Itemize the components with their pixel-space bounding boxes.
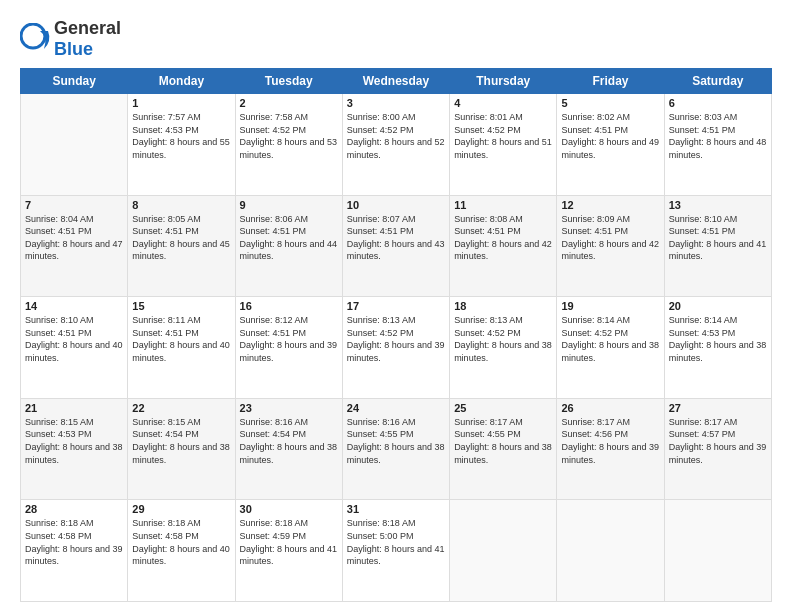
day-sunset: Sunset: 4:56 PM: [561, 429, 628, 439]
calendar-day-cell: 14 Sunrise: 8:10 AM Sunset: 4:51 PM Dayl…: [21, 297, 128, 399]
day-sunrise: Sunrise: 7:58 AM: [240, 112, 309, 122]
day-sunset: Sunset: 4:54 PM: [132, 429, 199, 439]
day-sunset: Sunset: 4:52 PM: [561, 328, 628, 338]
calendar-day-cell: 16 Sunrise: 8:12 AM Sunset: 4:51 PM Dayl…: [235, 297, 342, 399]
day-number: 10: [347, 199, 445, 211]
day-sunrise: Sunrise: 8:16 AM: [347, 417, 416, 427]
day-number: 3: [347, 97, 445, 109]
day-sunrise: Sunrise: 8:01 AM: [454, 112, 523, 122]
empty-cell: [557, 500, 664, 602]
day-sunrise: Sunrise: 8:18 AM: [240, 518, 309, 528]
day-number: 24: [347, 402, 445, 414]
day-sunset: Sunset: 4:51 PM: [240, 226, 307, 236]
day-sunset: Sunset: 4:58 PM: [132, 531, 199, 541]
logo-blue: Blue: [54, 39, 93, 59]
day-daylight: Daylight: 8 hours and 42 minutes.: [561, 239, 659, 262]
day-number: 1: [132, 97, 230, 109]
day-number: 27: [669, 402, 767, 414]
day-number: 11: [454, 199, 552, 211]
day-sunset: Sunset: 4:51 PM: [25, 226, 92, 236]
day-sunset: Sunset: 4:58 PM: [25, 531, 92, 541]
day-sunset: Sunset: 4:55 PM: [347, 429, 414, 439]
day-sunrise: Sunrise: 8:10 AM: [669, 214, 738, 224]
day-daylight: Daylight: 8 hours and 39 minutes.: [347, 340, 445, 363]
day-number: 25: [454, 402, 552, 414]
day-number: 28: [25, 503, 123, 515]
weekday-header-sunday: Sunday: [21, 69, 128, 94]
day-sunrise: Sunrise: 8:18 AM: [347, 518, 416, 528]
day-daylight: Daylight: 8 hours and 48 minutes.: [669, 137, 767, 160]
day-number: 21: [25, 402, 123, 414]
calendar-table: SundayMondayTuesdayWednesdayThursdayFrid…: [20, 68, 772, 602]
day-daylight: Daylight: 8 hours and 39 minutes.: [240, 340, 338, 363]
day-sunset: Sunset: 4:51 PM: [669, 226, 736, 236]
calendar-week-row: 28 Sunrise: 8:18 AM Sunset: 4:58 PM Dayl…: [21, 500, 772, 602]
day-sunrise: Sunrise: 8:17 AM: [669, 417, 738, 427]
day-sunrise: Sunrise: 8:17 AM: [454, 417, 523, 427]
calendar-day-cell: 21 Sunrise: 8:15 AM Sunset: 4:53 PM Dayl…: [21, 398, 128, 500]
weekday-header-wednesday: Wednesday: [342, 69, 449, 94]
day-daylight: Daylight: 8 hours and 49 minutes.: [561, 137, 659, 160]
day-sunrise: Sunrise: 8:12 AM: [240, 315, 309, 325]
calendar-day-cell: 5 Sunrise: 8:02 AM Sunset: 4:51 PM Dayli…: [557, 94, 664, 196]
calendar-week-row: 7 Sunrise: 8:04 AM Sunset: 4:51 PM Dayli…: [21, 195, 772, 297]
weekday-header-monday: Monday: [128, 69, 235, 94]
day-daylight: Daylight: 8 hours and 52 minutes.: [347, 137, 445, 160]
day-sunset: Sunset: 5:00 PM: [347, 531, 414, 541]
calendar-day-cell: 31 Sunrise: 8:18 AM Sunset: 5:00 PM Dayl…: [342, 500, 449, 602]
day-sunrise: Sunrise: 8:18 AM: [25, 518, 94, 528]
calendar-day-cell: 29 Sunrise: 8:18 AM Sunset: 4:58 PM Dayl…: [128, 500, 235, 602]
calendar-day-cell: 6 Sunrise: 8:03 AM Sunset: 4:51 PM Dayli…: [664, 94, 771, 196]
day-daylight: Daylight: 8 hours and 38 minutes.: [669, 340, 767, 363]
day-sunset: Sunset: 4:52 PM: [347, 125, 414, 135]
day-sunset: Sunset: 4:51 PM: [561, 226, 628, 236]
day-sunset: Sunset: 4:52 PM: [454, 125, 521, 135]
calendar-day-cell: 30 Sunrise: 8:18 AM Sunset: 4:59 PM Dayl…: [235, 500, 342, 602]
day-number: 14: [25, 300, 123, 312]
day-sunrise: Sunrise: 8:08 AM: [454, 214, 523, 224]
day-number: 13: [669, 199, 767, 211]
calendar-day-cell: 19 Sunrise: 8:14 AM Sunset: 4:52 PM Dayl…: [557, 297, 664, 399]
day-sunrise: Sunrise: 7:57 AM: [132, 112, 201, 122]
day-sunset: Sunset: 4:53 PM: [669, 328, 736, 338]
day-daylight: Daylight: 8 hours and 45 minutes.: [132, 239, 230, 262]
day-sunset: Sunset: 4:51 PM: [132, 226, 199, 236]
calendar-day-cell: 11 Sunrise: 8:08 AM Sunset: 4:51 PM Dayl…: [450, 195, 557, 297]
calendar-week-row: 1 Sunrise: 7:57 AM Sunset: 4:53 PM Dayli…: [21, 94, 772, 196]
day-daylight: Daylight: 8 hours and 38 minutes.: [561, 340, 659, 363]
day-daylight: Daylight: 8 hours and 38 minutes.: [240, 442, 338, 465]
day-daylight: Daylight: 8 hours and 41 minutes.: [347, 544, 445, 567]
day-number: 29: [132, 503, 230, 515]
day-sunrise: Sunrise: 8:11 AM: [132, 315, 201, 325]
svg-point-0: [21, 24, 45, 48]
day-sunrise: Sunrise: 8:02 AM: [561, 112, 630, 122]
day-sunset: Sunset: 4:54 PM: [240, 429, 307, 439]
day-daylight: Daylight: 8 hours and 38 minutes.: [454, 340, 552, 363]
logo-general: General: [54, 18, 121, 38]
day-daylight: Daylight: 8 hours and 51 minutes.: [454, 137, 552, 160]
day-sunset: Sunset: 4:53 PM: [132, 125, 199, 135]
day-number: 12: [561, 199, 659, 211]
calendar-day-cell: 26 Sunrise: 8:17 AM Sunset: 4:56 PM Dayl…: [557, 398, 664, 500]
day-daylight: Daylight: 8 hours and 43 minutes.: [347, 239, 445, 262]
day-sunset: Sunset: 4:51 PM: [669, 125, 736, 135]
calendar-day-cell: 4 Sunrise: 8:01 AM Sunset: 4:52 PM Dayli…: [450, 94, 557, 196]
calendar-day-cell: 3 Sunrise: 8:00 AM Sunset: 4:52 PM Dayli…: [342, 94, 449, 196]
day-sunset: Sunset: 4:51 PM: [240, 328, 307, 338]
day-sunset: Sunset: 4:52 PM: [454, 328, 521, 338]
empty-cell: [21, 94, 128, 196]
day-sunrise: Sunrise: 8:05 AM: [132, 214, 201, 224]
day-sunset: Sunset: 4:55 PM: [454, 429, 521, 439]
day-sunset: Sunset: 4:51 PM: [347, 226, 414, 236]
calendar-day-cell: 7 Sunrise: 8:04 AM Sunset: 4:51 PM Dayli…: [21, 195, 128, 297]
calendar-day-cell: 28 Sunrise: 8:18 AM Sunset: 4:58 PM Dayl…: [21, 500, 128, 602]
weekday-header-friday: Friday: [557, 69, 664, 94]
day-number: 30: [240, 503, 338, 515]
day-number: 20: [669, 300, 767, 312]
day-daylight: Daylight: 8 hours and 38 minutes.: [347, 442, 445, 465]
day-daylight: Daylight: 8 hours and 39 minutes.: [561, 442, 659, 465]
day-number: 8: [132, 199, 230, 211]
calendar-day-cell: 24 Sunrise: 8:16 AM Sunset: 4:55 PM Dayl…: [342, 398, 449, 500]
calendar-week-row: 21 Sunrise: 8:15 AM Sunset: 4:53 PM Dayl…: [21, 398, 772, 500]
day-sunrise: Sunrise: 8:17 AM: [561, 417, 630, 427]
